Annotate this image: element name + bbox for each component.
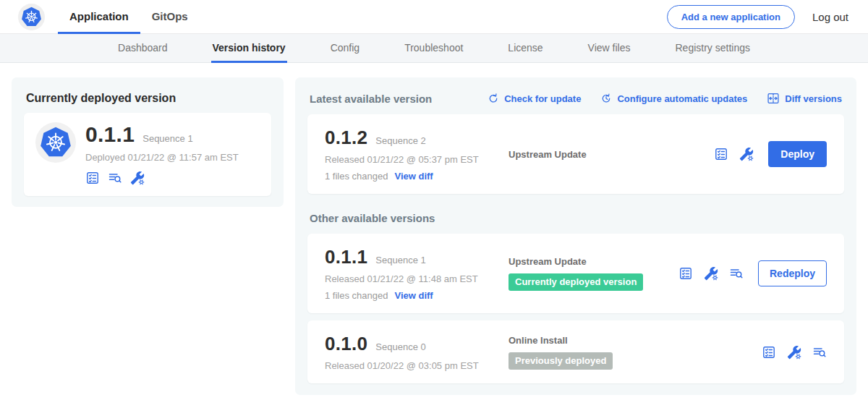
released-timestamp: Released 01/21/22 @ 05:37 pm EST <box>325 154 493 165</box>
configure-automatic-updates-label: Configure automatic updates <box>617 93 747 104</box>
diff-versions-label: Diff versions <box>785 93 842 104</box>
top-bar-right: Add a new application Log out <box>667 0 848 33</box>
check-for-update-link[interactable]: Check for update <box>488 93 581 104</box>
version-info-column: 0.1.0 Sequence 0 Released 01/20/22 @ 03:… <box>325 333 493 371</box>
top-bar: Application GitOps Add a new application… <box>0 0 868 34</box>
logout-button[interactable]: Log out <box>812 11 848 23</box>
tab-gitops[interactable]: GitOps <box>140 0 200 34</box>
kubernetes-app-icon <box>35 122 76 163</box>
version-row-0-1-2: 0.1.2 Sequence 2 Released 01/21/22 @ 05:… <box>307 114 844 194</box>
version-actions: Check for update Configure automatic upd… <box>488 92 842 105</box>
sequence-label: Sequence 0 <box>375 341 425 352</box>
other-versions-title: Other available versions <box>310 212 842 224</box>
app-logo <box>18 0 45 33</box>
sequence-label: Sequence 1 <box>375 255 425 265</box>
add-application-button[interactable]: Add a new application <box>667 5 795 29</box>
version-row-0-1-1: 0.1.1 Sequence 1 Released 01/21/22 @ 11:… <box>307 234 844 313</box>
files-changed-label: 1 files changed <box>325 290 388 301</box>
currently-deployed-panel: Currently deployed version 0.1.1 Sequenc… <box>12 77 284 207</box>
subnav-registry-settings[interactable]: Registry settings <box>674 34 752 63</box>
version-number: 0.1.2 <box>325 127 367 149</box>
latest-available-title: Latest available version <box>310 93 432 105</box>
deployed-version-number: 0.1.1 <box>85 122 135 147</box>
available-versions-panel: Latest available version Check for updat… <box>295 77 856 395</box>
version-info-column: 0.1.1 Sequence 1 Released 01/21/22 @ 11:… <box>325 246 493 301</box>
version-source-label: Upstream Update <box>509 256 678 267</box>
deploy-logs-icon[interactable] <box>729 266 744 281</box>
app-subnav: Dashboard Version history Config Trouble… <box>0 34 868 63</box>
configure-automatic-updates-link[interactable]: Configure automatic updates <box>600 93 747 104</box>
deployed-sequence-label: Sequence 1 <box>142 133 192 144</box>
subnav-license[interactable]: License <box>506 34 544 63</box>
deployed-version-info: 0.1.1 Sequence 1 Deployed 01/21/22 @ 11:… <box>85 122 239 185</box>
kubernetes-logo-icon <box>18 4 45 30</box>
main-content: Currently deployed version 0.1.1 Sequenc… <box>0 63 868 408</box>
subnav-version-history[interactable]: Version history <box>211 34 287 63</box>
currently-deployed-badge: Currently deployed version <box>509 273 643 291</box>
version-source-column: Online Install Previously deployed <box>493 335 762 370</box>
top-tabs: Application GitOps <box>58 0 200 33</box>
subnav-view-files[interactable]: View files <box>587 34 632 63</box>
deploy-logs-icon[interactable] <box>108 171 122 185</box>
schedule-icon <box>600 93 612 104</box>
preflight-checks-icon[interactable] <box>678 266 693 281</box>
deploy-button[interactable]: Deploy <box>768 141 827 167</box>
preflight-checks-icon[interactable] <box>714 147 728 161</box>
preflight-checks-icon[interactable] <box>762 345 776 360</box>
version-row-actions: Deploy <box>714 141 827 167</box>
tab-application[interactable]: Application <box>58 0 140 34</box>
version-source-column: Upstream Update <box>493 149 714 160</box>
previously-deployed-badge: Previously deployed <box>509 352 613 370</box>
version-row-actions: Redeploy <box>678 260 827 286</box>
deployed-version-card: 0.1.1 Sequence 1 Deployed 01/21/22 @ 11:… <box>24 113 271 196</box>
version-number: 0.1.0 <box>325 333 367 355</box>
released-timestamp: Released 01/20/22 @ 03:05 pm EST <box>325 360 493 371</box>
refresh-icon <box>488 93 499 104</box>
deployed-timestamp: Deployed 01/21/22 @ 11:57 am EST <box>85 152 239 163</box>
subnav-config[interactable]: Config <box>329 34 361 63</box>
edit-config-icon[interactable] <box>130 171 145 185</box>
edit-config-icon[interactable] <box>787 345 801 360</box>
diff-icon <box>767 92 780 105</box>
preflight-checks-icon[interactable] <box>85 171 100 185</box>
released-timestamp: Released 01/21/22 @ 11:48 am EST <box>325 273 493 284</box>
deploy-logs-icon[interactable] <box>812 345 827 360</box>
version-source-column: Upstream Update Currently deployed versi… <box>493 256 678 291</box>
version-source-label: Online Install <box>509 335 762 346</box>
subnav-troubleshoot[interactable]: Troubleshoot <box>403 34 464 63</box>
check-for-update-label: Check for update <box>504 93 581 104</box>
edit-config-icon[interactable] <box>704 266 718 281</box>
diff-versions-link[interactable]: Diff versions <box>767 92 842 105</box>
version-row-actions <box>762 345 827 360</box>
version-info-column: 0.1.2 Sequence 2 Released 01/21/22 @ 05:… <box>325 127 493 182</box>
currently-deployed-title: Currently deployed version <box>24 86 271 113</box>
version-source-label: Upstream Update <box>509 149 714 160</box>
edit-config-icon[interactable] <box>739 147 754 161</box>
view-diff-link[interactable]: View diff <box>394 290 433 301</box>
version-number: 0.1.1 <box>325 246 367 268</box>
view-diff-link[interactable]: View diff <box>394 171 433 182</box>
sequence-label: Sequence 2 <box>375 135 425 146</box>
files-changed-label: 1 files changed <box>325 171 388 182</box>
redeploy-button[interactable]: Redeploy <box>758 260 827 286</box>
subnav-dashboard[interactable]: Dashboard <box>116 34 169 63</box>
version-row-0-1-0: 0.1.0 Sequence 0 Released 01/20/22 @ 03:… <box>307 320 844 383</box>
